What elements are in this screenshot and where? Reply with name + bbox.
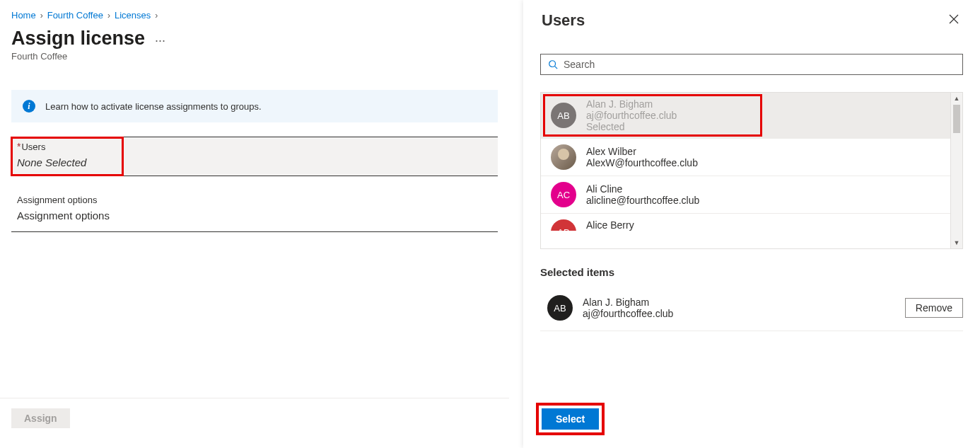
users-section[interactable]: * Users None Selected bbox=[11, 137, 498, 176]
assign-button[interactable]: Assign bbox=[11, 408, 70, 428]
user-name: Alan J. Bigham bbox=[583, 297, 895, 308]
user-state: Selected bbox=[586, 121, 677, 132]
users-section-label: Users bbox=[21, 142, 45, 152]
close-icon bbox=[949, 14, 959, 24]
remove-button[interactable]: Remove bbox=[905, 298, 963, 318]
assignment-options-label: Assignment options bbox=[17, 195, 492, 205]
user-email: alicline@fourthcoffee.club bbox=[586, 195, 699, 206]
user-name: Alice Berry bbox=[586, 219, 634, 231]
user-name: Alex Wilber bbox=[586, 146, 698, 157]
info-icon: i bbox=[23, 100, 35, 113]
avatar: AB bbox=[551, 103, 576, 128]
breadcrumb: Home › Fourth Coffee › Licenses › bbox=[11, 10, 498, 21]
page-subtitle: Fourth Coffee bbox=[11, 51, 498, 62]
user-list: AB Alan J. Bigham aj@fourthcoffee.club S… bbox=[540, 92, 963, 249]
avatar bbox=[551, 144, 576, 170]
chevron-right-icon: › bbox=[107, 11, 110, 21]
user-row[interactable]: AB Alan J. Bigham aj@fourthcoffee.club S… bbox=[541, 93, 950, 139]
assignment-options-value: Assignment options bbox=[17, 209, 492, 222]
blade-title: Users bbox=[542, 11, 585, 30]
close-button[interactable] bbox=[946, 11, 962, 29]
chevron-right-icon: › bbox=[155, 11, 158, 21]
info-banner[interactable]: i Learn how to activate license assignme… bbox=[11, 90, 498, 122]
user-email: aj@fourthcoffee.club bbox=[583, 308, 895, 319]
search-icon bbox=[548, 59, 558, 69]
scroll-thumb[interactable] bbox=[953, 105, 960, 133]
selected-items-label: Selected items bbox=[540, 266, 963, 278]
search-box[interactable] bbox=[540, 54, 963, 75]
page-title: Assign license bbox=[11, 28, 145, 50]
search-input[interactable] bbox=[564, 59, 955, 70]
users-blade: Users AB Alan J. Bigham aj@fourthcoffee.… bbox=[523, 0, 980, 448]
users-section-value: None Selected bbox=[17, 156, 117, 168]
user-row[interactable]: AC Ali Cline alicline@fourthcoffee.club bbox=[541, 176, 950, 214]
scroll-up-icon[interactable]: ▲ bbox=[951, 93, 962, 104]
required-star: * bbox=[17, 142, 21, 151]
breadcrumb-home[interactable]: Home bbox=[11, 10, 36, 21]
assign-license-panel: Home › Fourth Coffee › Licenses › Assign… bbox=[0, 0, 509, 448]
avatar: AB bbox=[551, 219, 576, 231]
selected-item-row: AB Alan J. Bigham aj@fourthcoffee.club R… bbox=[540, 287, 963, 331]
breadcrumb-fourth-coffee[interactable]: Fourth Coffee bbox=[47, 10, 103, 21]
scrollbar[interactable]: ▲ ▼ bbox=[950, 93, 962, 248]
user-row[interactable]: AB Alice Berry bbox=[541, 214, 950, 231]
avatar: AC bbox=[551, 182, 576, 207]
user-row[interactable]: Alex Wilber AlexW@fourthcoffee.club bbox=[541, 139, 950, 176]
select-button[interactable]: Select bbox=[542, 408, 599, 430]
info-banner-text: Learn how to activate license assignment… bbox=[45, 101, 262, 112]
blade-footer: Select bbox=[523, 403, 980, 448]
assignment-options-section[interactable]: Assignment options Assignment options bbox=[11, 190, 498, 232]
more-actions-button[interactable]: ··· bbox=[155, 29, 165, 48]
user-email: aj@fourthcoffee.club bbox=[586, 110, 677, 121]
svg-point-0 bbox=[549, 61, 556, 67]
user-email: AlexW@fourthcoffee.club bbox=[586, 157, 698, 168]
footer-bar: Assign bbox=[0, 398, 509, 448]
breadcrumb-licenses[interactable]: Licenses bbox=[115, 10, 151, 21]
avatar: AB bbox=[547, 295, 573, 321]
user-name: Alan J. Bigham bbox=[586, 98, 677, 110]
scroll-down-icon[interactable]: ▼ bbox=[951, 237, 962, 248]
chevron-right-icon: › bbox=[40, 11, 43, 21]
user-name: Ali Cline bbox=[586, 183, 699, 195]
svg-line-1 bbox=[555, 67, 558, 69]
